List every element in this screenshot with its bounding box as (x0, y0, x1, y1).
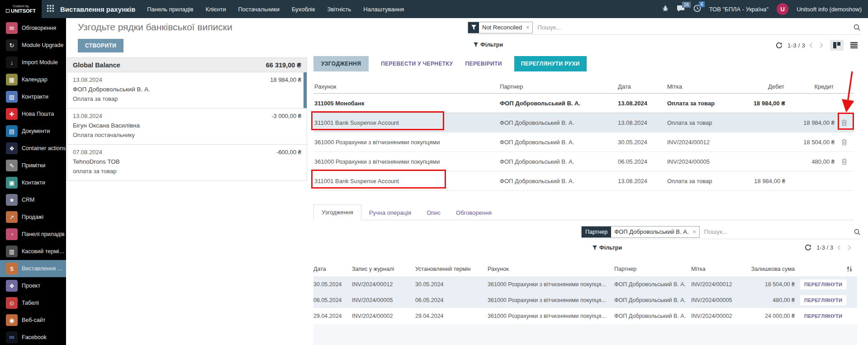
sidebar-item-website[interactable]: ◉Веб-сайт (0, 312, 66, 329)
table-row[interactable]: 30.05.2024 INV/2024/00012 30.05.2024 361… (313, 276, 857, 292)
activities-clock-icon[interactable]: 6 (693, 5, 701, 14)
activities-badge: 6 (699, 1, 705, 7)
sidebar-item-import-module[interactable]: ↓Import Module (0, 54, 66, 71)
debug-bug-icon[interactable] (662, 5, 669, 13)
table-header: Дата Запис у журналі Установлений термін… (313, 262, 857, 276)
pager-count: 1-3 / 3 (816, 244, 833, 251)
tab-manual-operation[interactable]: Ручна операція (361, 205, 419, 220)
sidebar-item-pos[interactable]: ▥Касовий термінал (0, 243, 66, 260)
facet-remove-icon[interactable]: × (525, 24, 532, 31)
adjust-columns-icon[interactable] (846, 266, 857, 272)
user-menu[interactable]: Unitsoft info (demoshow) (797, 6, 862, 13)
inner-search-bar[interactable]: Партнер ФОП Добровольський В. А. × Пошук… (581, 225, 861, 239)
messages-icon[interactable]: 16 (677, 5, 685, 14)
pager-next-icon[interactable] (846, 245, 851, 250)
facet-partner-label: Партнер (582, 227, 611, 237)
selected-indicator (304, 72, 307, 108)
trash-icon[interactable] (835, 119, 854, 126)
search-facet-partner[interactable]: Партнер ФОП Добровольський В. А. × (581, 226, 700, 238)
create-button[interactable]: СТВОРИТИ (78, 39, 123, 52)
search-icon[interactable] (853, 24, 861, 31)
statement-line-card[interactable]: 13.08.2024 ФОП Добровольський В. А. Опла… (67, 72, 307, 109)
list-view-icon[interactable] (847, 40, 861, 51)
contacts-icon: ▣ (6, 177, 18, 189)
pager-next-icon[interactable] (818, 43, 823, 47)
unitsoft-logo[interactable]: Custom by UNITSOFT (0, 0, 42, 18)
table-row[interactable]: 311005 Монобанк ФОП Добровольський В. А.… (313, 94, 854, 113)
kanban-view-icon[interactable] (830, 40, 844, 51)
trash-icon[interactable] (835, 158, 854, 165)
tab-reconciliation[interactable]: Узгодження (313, 204, 361, 220)
statement-line-card[interactable]: 13.08.2024 Бігун Оксана Василівна Оплата… (67, 109, 307, 145)
search-input[interactable]: Пошук... (537, 24, 561, 31)
tab-discussion[interactable]: Обговорення (448, 205, 499, 220)
apps-grid-icon[interactable] (47, 5, 54, 13)
view-moves-button[interactable]: ПЕРЕГЛЯНУТИ РУХИ (514, 56, 587, 71)
global-balance-label: Global Balance (73, 61, 120, 69)
view-move-button[interactable]: ПЕРЕГЛЯНУТИ (800, 295, 846, 305)
to-draft-button[interactable]: ПЕРЕВЕСТИ У ЧЕРНЕТКУ (381, 61, 453, 67)
sidebar-item-documents[interactable]: ▤Документи (0, 123, 66, 140)
menu-customers[interactable]: Клієнти (205, 6, 226, 13)
sidebar-item-module-upgrade[interactable]: ↻Module Upgrade (0, 37, 66, 54)
validate-button[interactable]: ПЕРЕВІРИТИ (465, 61, 502, 67)
sidebar-item-invoicing[interactable]: $Виставлення рахунків (0, 260, 66, 277)
navbar-right: 16 6 ТОВ "БПЛА - Україна" U Unitsoft inf… (662, 3, 868, 15)
sidebar-item-container-actions[interactable]: ❖Container actions (0, 140, 66, 157)
refresh-icon[interactable] (776, 42, 783, 49)
refresh-icon[interactable] (805, 244, 811, 251)
project-icon: ❖ (6, 280, 18, 292)
tab-description[interactable]: Опис (419, 205, 448, 220)
table-row[interactable]: 361000 Розрахунки з вітчизняними покупця… (313, 152, 854, 171)
view-move-button[interactable]: ПЕРЕГЛЯНУТИ (800, 311, 846, 321)
sidebar-item-contracts[interactable]: ▧Контракти (0, 88, 66, 105)
global-balance-total: 66 319,00 ₴ (266, 61, 301, 69)
sidebar-item-contacts[interactable]: ▣Контакти (0, 174, 66, 191)
table-row[interactable]: 311001 Bank Suspense Account ФОП Доброво… (313, 171, 854, 191)
module-upgrade-icon: ↻ (6, 39, 18, 51)
statement-line-card[interactable]: 07.08.2024 TehnoDrons ТОВ оплата за това… (67, 145, 307, 181)
table-row[interactable]: 06.05.2024 INV/2024/00005 06.05.2024 361… (313, 292, 857, 308)
pager-prev-icon[interactable] (837, 245, 842, 250)
company-switcher[interactable]: ТОВ "БПЛА - Україна" (709, 6, 768, 13)
table-row[interactable]: 361000 Розрахунки з вітчизняними покупця… (313, 132, 854, 152)
search-bar[interactable]: Not Reconciled × Пошук... (468, 20, 861, 35)
sidebar-item-dashboards[interactable]: ◔Панелі приладів (0, 226, 66, 243)
sidebar-item-discuss[interactable]: ✉Обговорення (0, 19, 66, 37)
menu-settings[interactable]: Налаштування (363, 6, 404, 13)
menu-accounting[interactable]: Бухоблік (292, 6, 315, 13)
table-row[interactable]: 29.04.2024 INV/2024/00002 29.04.2024 361… (313, 308, 857, 324)
menu-vendors[interactable]: Постачальники (238, 6, 280, 13)
filters-dropdown[interactable]: Фільтри (593, 245, 622, 251)
sidebar-item-sales[interactable]: ↗Продажі (0, 208, 66, 226)
menu-dashboard[interactable]: Панель приладів (147, 6, 193, 13)
view-move-button[interactable]: ПЕРЕГЛЯНУТИ (800, 279, 846, 289)
screen: Custom by UNITSOFT Виставлення рахунків … (0, 0, 868, 345)
sidebar-item-facebook[interactable]: ∞Facebook (0, 329, 66, 345)
contracts-icon: ▧ (6, 91, 18, 103)
facet-remove-icon[interactable]: × (692, 229, 699, 235)
sidebar-item-calendar[interactable]: ▦Календар (0, 71, 66, 88)
sidebar-item-project[interactable]: ❖Проект (0, 277, 66, 294)
pager-prev-icon[interactable] (809, 43, 814, 47)
menu-reporting[interactable]: Звітність (327, 6, 351, 13)
sidebar-item-crm[interactable]: ★CRM (0, 191, 66, 208)
sidebar-item-timesheets[interactable]: ⊙Табелі (0, 294, 66, 312)
notebook-tabs: Узгодження Ручна операція Опис Обговорен… (313, 203, 854, 220)
table-row[interactable]: 311001 Bank Suspense Account ФОП Доброво… (313, 113, 854, 132)
user-avatar[interactable]: U (777, 3, 788, 15)
sidebar-item-nova-poshta[interactable]: ✚Нова Пошта (0, 105, 66, 123)
inner-filters-row: Фільтри 1-3 / 3 (593, 244, 850, 251)
search-icon[interactable] (854, 228, 861, 236)
filters-dropdown[interactable]: Фільтри (474, 42, 503, 48)
pager-count: 1-3 / 3 (787, 42, 805, 49)
reconcile-button[interactable]: УЗГОДЖЕННЯ (313, 56, 369, 71)
search-input[interactable]: Пошук... (704, 228, 728, 235)
top-pager: 1-3 / 3 (776, 40, 861, 51)
website-icon: ◉ (6, 314, 18, 326)
trash-icon[interactable] (835, 139, 854, 146)
current-app-name[interactable]: Виставлення рахунків (60, 5, 135, 13)
sidebar-item-notes[interactable]: ✎Примітки (0, 157, 66, 174)
search-facet-not-reconciled[interactable]: Not Reconciled × (468, 22, 533, 33)
logo-custom-by: Custom by (13, 5, 29, 8)
